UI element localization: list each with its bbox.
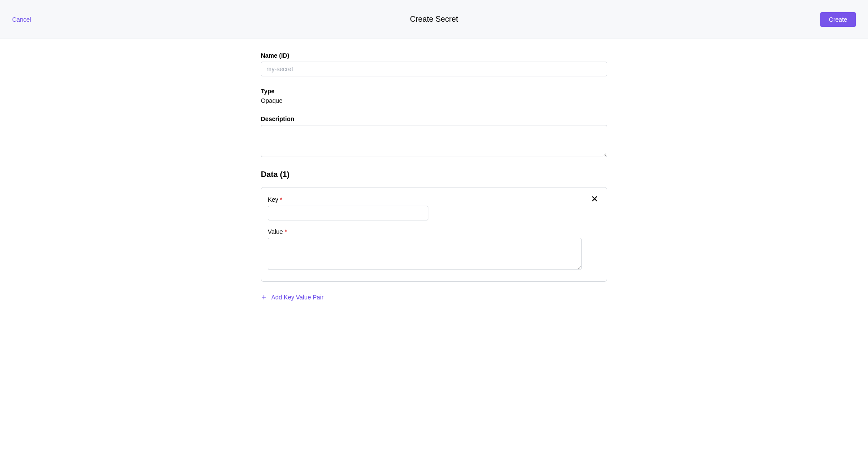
required-marker: * <box>285 228 287 235</box>
description-group: Description <box>261 115 607 159</box>
plus-icon <box>261 294 267 300</box>
required-marker: * <box>280 196 282 203</box>
page-header: Cancel Create Secret Create <box>0 0 868 39</box>
data-section-title: Data (1) <box>261 170 607 179</box>
value-input[interactable] <box>268 238 582 270</box>
type-group: Type Opaque <box>261 88 607 104</box>
value-label-text: Value <box>268 228 283 235</box>
key-group: Key * <box>268 196 595 220</box>
key-input[interactable] <box>268 206 428 220</box>
remove-item-button[interactable] <box>590 194 599 203</box>
description-label: Description <box>261 115 607 122</box>
page-title: Create Secret <box>410 15 458 24</box>
cancel-button[interactable]: Cancel <box>12 16 31 23</box>
description-input[interactable] <box>261 125 607 157</box>
name-group: Name (ID) <box>261 52 607 76</box>
type-value: Opaque <box>261 97 607 104</box>
data-item-card: Key * Value * <box>261 187 607 282</box>
value-label: Value * <box>268 228 595 235</box>
add-button-label: Add Key Value Pair <box>271 294 323 301</box>
form-content: Name (ID) Type Opaque Description Data (… <box>261 39 607 317</box>
key-label: Key * <box>268 196 595 203</box>
name-input[interactable] <box>261 62 607 76</box>
create-button[interactable]: Create <box>820 12 856 27</box>
close-icon <box>591 195 598 203</box>
value-group: Value * <box>268 228 595 272</box>
name-label: Name (ID) <box>261 52 607 59</box>
key-label-text: Key <box>268 196 278 203</box>
add-key-value-button[interactable]: Add Key Value Pair <box>261 290 323 304</box>
type-label: Type <box>261 88 607 95</box>
